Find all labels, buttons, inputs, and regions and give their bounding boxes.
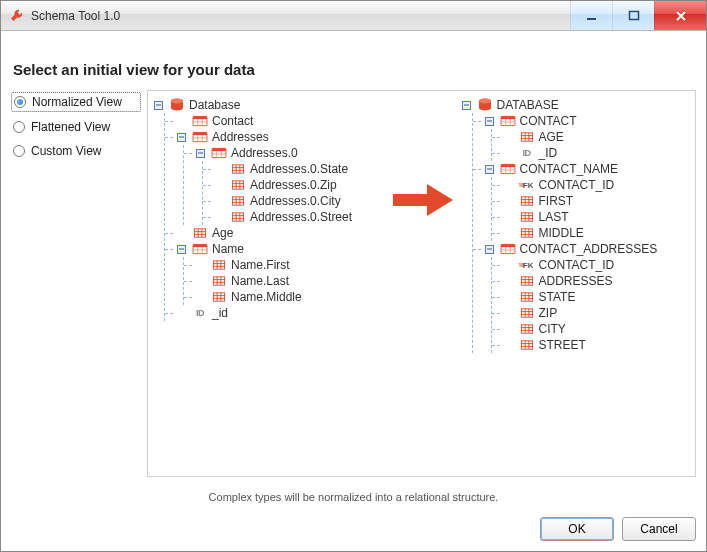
ok-button[interactable]: OK bbox=[540, 517, 614, 541]
collapse-icon[interactable] bbox=[485, 117, 494, 126]
node-label: Age bbox=[212, 226, 233, 240]
id-icon: ID bbox=[519, 147, 535, 159]
tree-node[interactable]: Addresses.0.Street bbox=[211, 209, 384, 225]
radio-flattened-view[interactable]: Flattened View bbox=[11, 118, 141, 136]
node-label: CONTACT_NAME bbox=[520, 162, 618, 176]
collapse-icon[interactable] bbox=[462, 101, 471, 110]
collapse-icon[interactable] bbox=[177, 245, 186, 254]
tree-node[interactable]: FIRST bbox=[500, 193, 692, 209]
source-tree: DatabaseContactAddressesAddresses.0Addre… bbox=[154, 97, 384, 470]
tree-node[interactable]: Addresses.0 bbox=[192, 145, 384, 161]
table-icon bbox=[500, 243, 516, 255]
node-label: Addresses.0.Zip bbox=[250, 178, 337, 192]
tree-spacer bbox=[215, 165, 224, 174]
tree-spacer bbox=[504, 277, 513, 286]
tree-node[interactable]: ID_ID bbox=[500, 145, 692, 161]
node-label: Addresses.0.State bbox=[250, 162, 348, 176]
node-label: Contact bbox=[212, 114, 253, 128]
database-icon bbox=[169, 99, 185, 111]
tree-node[interactable]: Name.Middle bbox=[192, 289, 384, 305]
minimize-button[interactable] bbox=[570, 1, 612, 30]
tree-node[interactable]: Name bbox=[173, 241, 384, 257]
tree-node[interactable]: AGE bbox=[500, 129, 692, 145]
table-icon bbox=[192, 115, 208, 127]
tree-node[interactable]: MIDDLE bbox=[500, 225, 692, 241]
target-tree: DATABASECONTACTAGEID_IDCONTACT_NAMEFKCON… bbox=[462, 97, 692, 470]
tree-node[interactable]: Addresses.0.Zip bbox=[211, 177, 384, 193]
collapse-icon[interactable] bbox=[154, 101, 163, 110]
tree-spacer bbox=[504, 293, 513, 302]
column-icon bbox=[519, 291, 535, 303]
radio-indicator bbox=[13, 145, 25, 157]
tree-node[interactable]: ADDRESSES bbox=[500, 273, 692, 289]
tree-node[interactable]: LAST bbox=[500, 209, 692, 225]
column-icon bbox=[519, 211, 535, 223]
collapse-icon[interactable] bbox=[485, 245, 494, 254]
tree-node[interactable]: CITY bbox=[500, 321, 692, 337]
page-title: Select an initial view for your data bbox=[13, 61, 696, 78]
tree-spacer bbox=[177, 229, 186, 238]
tree-node[interactable]: ZIP bbox=[500, 305, 692, 321]
radio-custom-view[interactable]: Custom View bbox=[11, 142, 141, 160]
svg-rect-13 bbox=[629, 11, 638, 19]
collapse-icon[interactable] bbox=[177, 133, 186, 142]
column-icon bbox=[519, 323, 535, 335]
id-icon: ID bbox=[192, 307, 208, 319]
collapse-icon[interactable] bbox=[196, 149, 205, 158]
svg-rect-12 bbox=[587, 18, 596, 20]
node-label: CONTACT_ADDRESSES bbox=[520, 242, 658, 256]
node-label: ADDRESSES bbox=[539, 274, 613, 288]
node-label: CONTACT bbox=[520, 114, 577, 128]
tree-node[interactable]: ID_id bbox=[173, 305, 384, 321]
column-icon bbox=[519, 275, 535, 287]
maximize-button[interactable] bbox=[612, 1, 654, 30]
column-icon bbox=[519, 195, 535, 207]
database-icon bbox=[477, 99, 493, 111]
tree-node[interactable]: STATE bbox=[500, 289, 692, 305]
node-label: Name bbox=[212, 242, 244, 256]
close-button[interactable] bbox=[654, 1, 706, 30]
table-icon bbox=[192, 131, 208, 143]
tree-node[interactable]: Addresses.0.State bbox=[211, 161, 384, 177]
foreign-key-icon: FK bbox=[519, 179, 535, 191]
tree-node[interactable]: CONTACT bbox=[481, 113, 692, 129]
tree-node[interactable]: FKCONTACT_ID bbox=[500, 177, 692, 193]
tree-spacer bbox=[504, 229, 513, 238]
wrench-icon bbox=[9, 8, 25, 24]
node-label: _id bbox=[212, 306, 228, 320]
tree-spacer bbox=[215, 181, 224, 190]
transform-arrow-icon bbox=[388, 97, 458, 470]
node-label: STATE bbox=[539, 290, 576, 304]
node-label: CONTACT_ID bbox=[539, 258, 615, 272]
node-label: _ID bbox=[539, 146, 558, 160]
tree-spacer bbox=[504, 309, 513, 318]
tree-spacer bbox=[196, 277, 205, 286]
cancel-button[interactable]: Cancel bbox=[622, 517, 696, 541]
node-label: Name.Last bbox=[231, 274, 289, 288]
tree-node[interactable]: STREET bbox=[500, 337, 692, 353]
radio-normalized-view[interactable]: Normalized View bbox=[11, 92, 141, 112]
tree-node[interactable]: CONTACT_ADDRESSES bbox=[481, 241, 692, 257]
node-label: Addresses.0.Street bbox=[250, 210, 352, 224]
tree-spacer bbox=[504, 341, 513, 350]
tree-node[interactable]: CONTACT_NAME bbox=[481, 161, 692, 177]
schema-preview: DatabaseContactAddressesAddresses.0Addre… bbox=[147, 90, 696, 477]
tree-node[interactable]: Name.First bbox=[192, 257, 384, 273]
table-icon bbox=[500, 163, 516, 175]
tree-root[interactable]: DATABASE bbox=[462, 97, 692, 113]
tree-spacer bbox=[196, 261, 205, 270]
tree-node[interactable]: Name.Last bbox=[192, 273, 384, 289]
collapse-icon[interactable] bbox=[485, 165, 494, 174]
tree-node[interactable]: FKCONTACT_ID bbox=[500, 257, 692, 273]
node-label: Name.First bbox=[231, 258, 290, 272]
radio-indicator bbox=[13, 121, 25, 133]
tree-node[interactable]: Contact bbox=[173, 113, 384, 129]
tree-node[interactable]: Age bbox=[173, 225, 384, 241]
tree-node[interactable]: Addresses.0.City bbox=[211, 193, 384, 209]
tree-spacer bbox=[504, 213, 513, 222]
tree-node[interactable]: Addresses bbox=[173, 129, 384, 145]
node-label: Name.Middle bbox=[231, 290, 302, 304]
tree-root[interactable]: Database bbox=[154, 97, 384, 113]
table-icon bbox=[500, 115, 516, 127]
table-icon bbox=[192, 243, 208, 255]
